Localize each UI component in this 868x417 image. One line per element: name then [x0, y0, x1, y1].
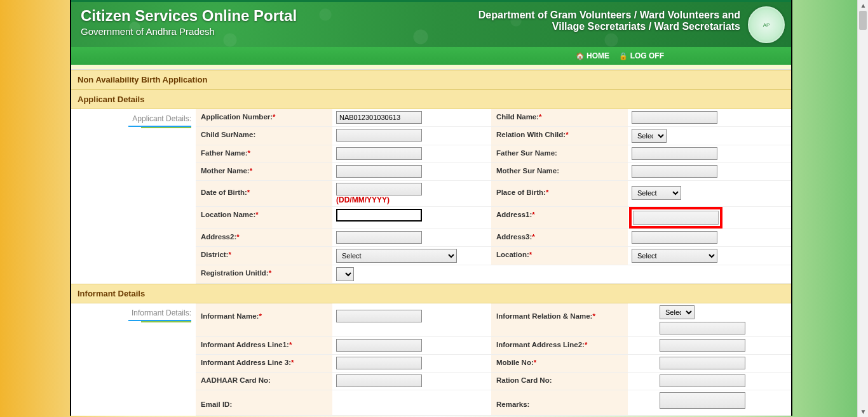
label-addr3: Address3: — [496, 233, 532, 241]
label-remarks: Remarks: — [496, 400, 529, 408]
label-mother-name: Mother Name: — [201, 167, 250, 175]
label-location: Location: — [496, 251, 529, 258]
separator — [71, 65, 791, 70]
district-select[interactable]: Select — [336, 249, 457, 263]
address1-highlight — [629, 207, 722, 228]
applicant-section-title: Applicant Details — [71, 89, 791, 109]
informant-relation-name-input[interactable] — [660, 322, 745, 334]
label-mobile: Mobile No: — [496, 359, 534, 366]
application-number-input[interactable] — [336, 111, 422, 124]
applicant-side-label: Applicant Details: — [71, 113, 195, 131]
home-link[interactable]: 🏠 HOME — [576, 51, 609, 60]
mother-name-input[interactable] — [336, 165, 422, 178]
location-name-input[interactable] — [336, 209, 422, 222]
ration-input[interactable] — [660, 374, 745, 387]
home-icon: 🏠 — [576, 52, 585, 60]
informant-side-label: Informant Details: — [71, 307, 195, 325]
address2-input[interactable] — [336, 231, 422, 244]
label-reg-unit: Registration UnitId: — [201, 269, 269, 277]
informant-addr3-input[interactable] — [336, 357, 422, 369]
label-child-name: Child Name: — [496, 113, 539, 121]
label-inf-addr3: Informant Address Line 3: — [201, 359, 291, 366]
vertical-scrollbar[interactable]: ▲ ▼ — [857, 0, 868, 417]
govt-emblem-icon: AP — [748, 6, 785, 43]
informant-relation-select[interactable]: Select — [660, 305, 695, 319]
dob-hint: (DD/MM/YYYY) — [336, 195, 390, 204]
label-inf-addr1: Informant Address Line1: — [201, 341, 289, 348]
label-app-no: Application Number: — [201, 113, 273, 121]
scroll-thumb[interactable] — [859, 11, 867, 30]
reg-unit-select[interactable] — [336, 267, 354, 281]
applicant-form: Applicant Details: Application Number:* … — [71, 109, 791, 284]
remarks-input[interactable] — [660, 392, 745, 409]
father-name-input[interactable] — [336, 147, 422, 160]
informant-addr1-input[interactable] — [336, 339, 422, 352]
dept-line1: Department of Gram Volunteers / Ward Vol… — [478, 10, 740, 21]
label-father-name: Father Name: — [201, 149, 248, 157]
address1-input[interactable] — [633, 211, 719, 225]
mobile-input[interactable] — [660, 357, 745, 369]
father-surname-input[interactable] — [632, 147, 717, 160]
portal-subtitle: Government of Andhra Pradesh — [81, 26, 297, 37]
label-father-surname: Father Sur Name: — [496, 149, 557, 157]
label-aadhaar: AADHAAR Card No: — [201, 376, 271, 384]
scroll-down-icon[interactable]: ▼ — [858, 406, 868, 417]
label-inf-addr2: Informant Address Line2: — [496, 341, 585, 348]
label-pob: Place of Birth: — [496, 189, 546, 196]
scroll-up-icon[interactable]: ▲ — [858, 0, 868, 11]
pob-select[interactable]: Select — [632, 186, 681, 200]
label-addr2: Address2: — [201, 233, 236, 241]
label-email: Email ID: — [201, 400, 232, 408]
portal-title: Citizen Services Online Portal — [81, 7, 297, 25]
label-child-surname: Child SurName: — [201, 131, 255, 138]
informant-addr2-input[interactable] — [660, 339, 745, 352]
logoff-link[interactable]: 🔒 LOG OFF — [619, 51, 664, 60]
main-content: Citizen Services Online Portal Governmen… — [70, 0, 792, 416]
label-dob: Date of Birth: — [201, 189, 247, 196]
mother-surname-input[interactable] — [632, 165, 717, 178]
navbar: 🏠 HOME 🔒 LOG OFF — [71, 47, 791, 65]
location-select[interactable]: Select — [632, 249, 717, 263]
label-relation: Relation With Child: — [496, 131, 566, 138]
label-loc-name: Location Name: — [201, 211, 255, 218]
label-inf-name: Informant Name: — [201, 312, 259, 320]
child-surname-input[interactable] — [336, 129, 422, 142]
child-name-input[interactable] — [632, 111, 717, 124]
label-district: District: — [201, 251, 228, 258]
label-addr1: Address1: — [496, 211, 532, 218]
address3-input[interactable] — [632, 231, 717, 244]
banner: Citizen Services Online Portal Governmen… — [71, 0, 791, 47]
relation-select[interactable]: Select — [632, 129, 667, 143]
lock-icon: 🔒 — [619, 52, 628, 60]
dept-line2: Village Secretariats / Ward Secretariats — [478, 21, 740, 32]
label-mother-surname: Mother Sur Name: — [496, 167, 559, 175]
dob-input[interactable] — [336, 183, 422, 195]
informant-name-input[interactable] — [336, 310, 422, 322]
aadhaar-input[interactable] — [336, 374, 422, 387]
logoff-label: LOG OFF — [630, 51, 664, 60]
home-label: HOME — [587, 51, 609, 60]
label-ration: Ration Card No: — [496, 376, 552, 384]
informant-form: Informant Details: Informant Name:* Info… — [71, 303, 791, 416]
label-inf-rel: Informant Relation & Name: — [496, 312, 592, 320]
informant-section-title: Informant Details — [71, 284, 791, 303]
page-title: Non Availability Birth Application — [71, 70, 791, 89]
